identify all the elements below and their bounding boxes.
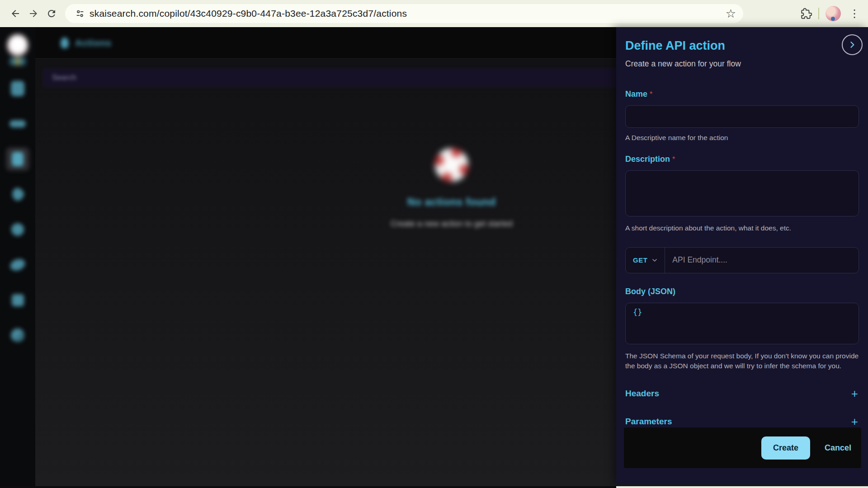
app-logo[interactable] bbox=[7, 34, 28, 65]
url-bar[interactable]: skaisearch.com/copilot/43c40929-c9b0-447… bbox=[65, 4, 743, 23]
page-title: Actions bbox=[75, 38, 112, 48]
world-icon bbox=[11, 328, 24, 342]
reload-icon bbox=[46, 8, 57, 19]
cancel-button[interactable]: Cancel bbox=[825, 443, 851, 453]
define-api-action-drawer: Define API action Create a new action fo… bbox=[616, 27, 868, 484]
forward-button[interactable] bbox=[24, 5, 42, 23]
http-method-value: GET bbox=[633, 256, 647, 264]
kebab-menu-icon[interactable]: ⋮ bbox=[847, 7, 862, 20]
name-helper-text: A Descriptive name for the action bbox=[625, 133, 859, 143]
sidebar-nav bbox=[6, 77, 29, 359]
chevron-right-icon bbox=[848, 40, 857, 49]
bottom-edge-strip bbox=[616, 486, 868, 488]
description-field-group: Description* A short description about t… bbox=[625, 155, 859, 233]
search-placeholder: Search bbox=[52, 73, 76, 82]
app-sidebar bbox=[0, 27, 35, 486]
sidebar-item-library[interactable] bbox=[6, 77, 29, 100]
sidebar-item-phone[interactable] bbox=[6, 183, 29, 206]
key-icon bbox=[9, 257, 27, 273]
tune-icon bbox=[75, 9, 85, 19]
actions-icon bbox=[12, 152, 24, 166]
endpoint-field-group: GET bbox=[625, 247, 859, 273]
empty-state: No actions found Create a new action to … bbox=[343, 148, 560, 229]
body-json-helper-text: The JSON Schema of your request body, If… bbox=[625, 351, 859, 371]
description-label: Description bbox=[625, 155, 670, 164]
headers-label: Headers bbox=[625, 389, 659, 399]
drawer-footer: Create Cancel bbox=[624, 427, 861, 468]
sidebar-item-globe[interactable] bbox=[6, 218, 29, 241]
description-input[interactable] bbox=[625, 170, 859, 216]
back-button[interactable] bbox=[6, 5, 24, 23]
logo-orb bbox=[7, 34, 28, 56]
parameters-section[interactable]: Parameters + bbox=[625, 416, 859, 427]
description-helper-text: A short description about the action, wh… bbox=[625, 223, 859, 233]
library-icon bbox=[11, 81, 24, 96]
body-json-input[interactable]: {} bbox=[625, 303, 859, 344]
chevron-down-icon bbox=[651, 257, 658, 264]
sidebar-item-actions[interactable] bbox=[6, 147, 29, 171]
bookmark-star-icon[interactable]: ☆ bbox=[726, 7, 736, 21]
globe-icon bbox=[11, 223, 24, 236]
workspace: Actions Search No actions found Create a… bbox=[0, 27, 868, 486]
sidebar-item-code[interactable] bbox=[6, 112, 29, 136]
headers-section[interactable]: Headers + bbox=[625, 388, 859, 399]
page-title-group: Actions bbox=[61, 38, 112, 48]
lifebuoy-icon bbox=[435, 148, 468, 182]
logo-base bbox=[10, 58, 25, 65]
extensions-icon[interactable] bbox=[800, 8, 812, 19]
sidebar-item-world[interactable] bbox=[6, 324, 29, 347]
toolbar-separator bbox=[818, 8, 819, 19]
name-input[interactable] bbox=[625, 105, 859, 128]
http-method-select[interactable]: GET bbox=[626, 248, 665, 273]
sidebar-item-key[interactable] bbox=[6, 253, 29, 277]
browser-toolbar: skaisearch.com/copilot/43c40929-c9b0-447… bbox=[0, 0, 868, 27]
name-required-mark: * bbox=[650, 90, 652, 98]
drawer-subtitle: Create a new action for your flow bbox=[625, 59, 859, 69]
actions-page-icon bbox=[61, 38, 69, 48]
code-icon bbox=[9, 120, 26, 127]
close-drawer-button[interactable] bbox=[842, 34, 863, 55]
drawer-title: Define API action bbox=[625, 39, 859, 53]
create-button[interactable]: Create bbox=[761, 436, 810, 460]
description-required-mark: * bbox=[672, 155, 675, 163]
api-endpoint-input[interactable] bbox=[665, 248, 859, 273]
empty-state-subtitle: Create a new action to get started bbox=[391, 219, 513, 229]
url-text: skaisearch.com/copilot/43c40929-c9b0-447… bbox=[90, 8, 720, 19]
name-label: Name bbox=[625, 89, 647, 99]
grid-icon bbox=[12, 294, 24, 306]
back-icon bbox=[10, 8, 21, 19]
body-json-label: Body (JSON) bbox=[625, 287, 859, 296]
chrome-actions: ⋮ bbox=[800, 6, 862, 21]
add-parameter-button[interactable]: + bbox=[850, 416, 859, 427]
application-window: skaisearch.com/copilot/43c40929-c9b0-447… bbox=[0, 0, 868, 488]
parameters-label: Parameters bbox=[625, 417, 672, 427]
profile-avatar[interactable] bbox=[826, 6, 841, 21]
phone-icon bbox=[9, 186, 26, 203]
sidebar-item-grid[interactable] bbox=[6, 288, 29, 312]
name-field-group: Name* A Descriptive name for the action bbox=[625, 89, 859, 143]
forward-icon bbox=[28, 8, 39, 19]
empty-state-title: No actions found bbox=[407, 196, 496, 208]
reload-button[interactable] bbox=[42, 5, 61, 23]
add-header-button[interactable]: + bbox=[850, 388, 859, 399]
